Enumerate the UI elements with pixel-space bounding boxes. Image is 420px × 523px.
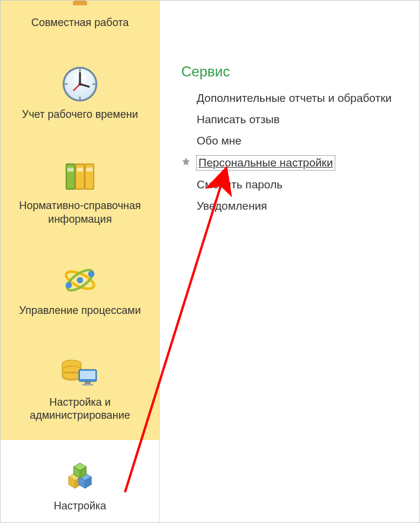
svg-point-20 bbox=[66, 282, 72, 288]
folders-icon bbox=[4, 155, 156, 195]
star-icon bbox=[181, 157, 191, 169]
sidebar-item-label: Управление процессами bbox=[4, 304, 156, 317]
svg-rect-17 bbox=[86, 168, 93, 171]
sidebar-item-label: Учет рабочего времени bbox=[4, 108, 156, 121]
sidebar-item-settings[interactable]: Настройка bbox=[1, 450, 159, 524]
link-label: Уведомления bbox=[197, 200, 267, 213]
link-label: Написать отзыв bbox=[197, 113, 280, 126]
link-row-write-review[interactable]: Написать отзыв bbox=[181, 113, 280, 126]
link-row-notifications[interactable]: Уведомления bbox=[181, 200, 267, 213]
section-title: Сервис bbox=[181, 63, 405, 80]
link-label: Сменить пароль bbox=[197, 178, 283, 191]
link-row-about-me[interactable]: Обо мне bbox=[181, 134, 242, 147]
sidebar: Совместная работа bbox=[1, 1, 160, 522]
link-label: Обо мне bbox=[197, 134, 242, 147]
blocks-icon bbox=[4, 455, 156, 496]
sidebar-item-label: Нормативно-справочная информация bbox=[4, 199, 156, 226]
clock-icon bbox=[4, 64, 156, 104]
svg-rect-15 bbox=[68, 168, 74, 171]
link-row-additional-reports[interactable]: Дополнительные отчеты и обработки bbox=[181, 92, 392, 105]
sidebar-section-yellow: Совместная работа bbox=[1, 1, 159, 440]
sidebar-item-collaboration[interactable]: Совместная работа bbox=[1, 1, 159, 40]
svg-rect-16 bbox=[77, 168, 84, 171]
sidebar-item-label: Настройка и администрирование bbox=[4, 396, 156, 422]
svg-point-21 bbox=[88, 271, 95, 277]
service-link-list: Дополнительные отчеты и обработки Написа… bbox=[181, 92, 405, 213]
svg-rect-29 bbox=[82, 384, 93, 386]
collaboration-icon bbox=[4, 1, 156, 12]
sidebar-section-selected: Настройка bbox=[1, 440, 159, 524]
app-window: Совместная работа bbox=[0, 0, 420, 523]
sidebar-item-reference[interactable]: Нормативно-справочная информация bbox=[1, 149, 159, 236]
process-icon bbox=[4, 260, 156, 300]
sidebar-item-timetracking[interactable]: Учет рабочего времени bbox=[1, 58, 159, 132]
svg-rect-28 bbox=[85, 381, 91, 384]
sidebar-item-label: Совместная работа bbox=[4, 16, 156, 30]
database-monitor-icon bbox=[4, 352, 156, 392]
link-label: Персональные настройки bbox=[197, 156, 335, 170]
sidebar-item-processes[interactable]: Управление процессами bbox=[1, 254, 159, 328]
svg-rect-27 bbox=[80, 371, 95, 379]
link-label: Дополнительные отчеты и обработки bbox=[197, 92, 392, 105]
sidebar-item-administration[interactable]: Настройка и администрирование bbox=[1, 346, 159, 433]
link-row-change-password[interactable]: Сменить пароль bbox=[181, 178, 283, 191]
link-row-personal-settings[interactable]: Персональные настройки bbox=[181, 156, 335, 170]
sidebar-item-label: Настройка bbox=[4, 499, 156, 513]
svg-point-22 bbox=[77, 277, 84, 284]
content-pane: Сервис Дополнительные отчеты и обработки… bbox=[160, 1, 419, 522]
